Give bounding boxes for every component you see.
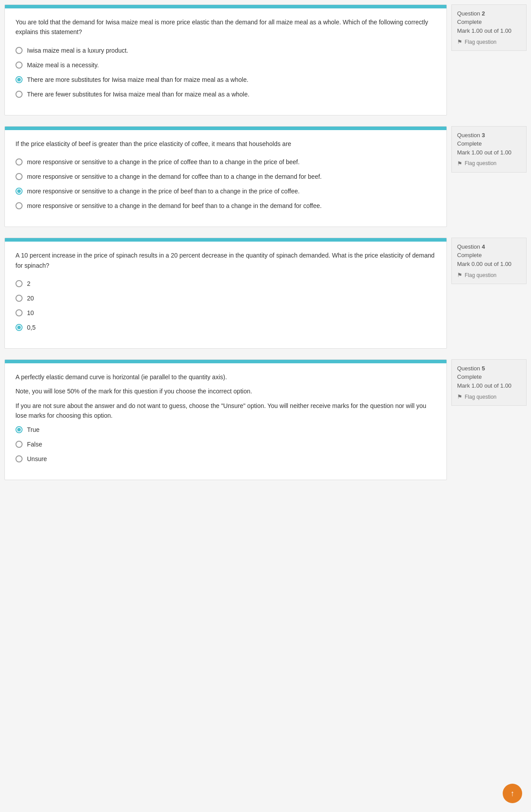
flag-label-q4: Flag question — [465, 272, 496, 278]
sidebar-status-q5: Complete — [457, 373, 521, 380]
sidebar-label-q3: Question 3 — [457, 132, 521, 139]
radio-q5-2[interactable] — [15, 455, 23, 462]
answer-option-q3-1[interactable]: more responsive or sensitive to a change… — [15, 172, 436, 181]
question-text-q4: A 10 percent increase in the price of sp… — [15, 250, 436, 270]
flag-icon-q5: ⚑ — [457, 393, 462, 400]
answer-option-q5-1[interactable]: False — [15, 440, 436, 449]
sidebar-mark-q5: Mark 1.00 out of 1.00 — [457, 382, 521, 390]
flag-question-q2[interactable]: ⚑Flag question — [457, 38, 521, 45]
option-label-q5-1: False — [27, 440, 42, 449]
question-block-q2: You are told that the demand for Iwisa m… — [4, 4, 527, 115]
flag-question-q5[interactable]: ⚑Flag question — [457, 393, 521, 400]
option-label-q5-0: True — [27, 425, 39, 435]
question-sidebar-q3: Question 3CompleteMark 1.00 out of 1.00⚑… — [451, 126, 527, 173]
option-label-q3-0: more responsive or sensitive to a change… — [27, 158, 300, 167]
radio-q2-3[interactable] — [15, 91, 23, 98]
question-main-q5: A perfectly elastic demand curve is hori… — [4, 359, 447, 480]
question-block-q3: If the price elasticity of beef is great… — [4, 126, 527, 227]
question-main-q4: A 10 percent increase in the price of sp… — [4, 238, 447, 349]
flag-label-q2: Flag question — [465, 39, 496, 45]
sidebar-label-q4: Question 4 — [457, 243, 521, 250]
radio-q5-0[interactable] — [15, 426, 23, 433]
question-header-bar-q5 — [5, 360, 446, 363]
answer-option-q2-0[interactable]: Iwisa maize meal is a luxury product. — [15, 46, 436, 55]
option-label-q4-2: 10 — [27, 308, 34, 318]
radio-q2-1[interactable] — [15, 62, 23, 69]
sidebar-label-q5: Question 5 — [457, 365, 521, 372]
question-text-q5-line0: A perfectly elastic demand curve is hori… — [15, 372, 436, 382]
answer-option-q5-2[interactable]: Unsure — [15, 454, 436, 464]
answer-option-q2-2[interactable]: There are more substitutes for Iwisa mai… — [15, 75, 436, 85]
option-label-q2-3: There are fewer substitutes for Iwisa ma… — [27, 90, 250, 99]
radio-q3-0[interactable] — [15, 158, 23, 165]
option-label-q5-2: Unsure — [27, 454, 47, 464]
radio-q4-3[interactable] — [15, 324, 23, 331]
question-main-q2: You are told that the demand for Iwisa m… — [4, 4, 447, 115]
sidebar-mark-q4: Mark 0.00 out of 1.00 — [457, 260, 521, 268]
option-label-q2-1: Maize meal is a necessity. — [27, 61, 99, 70]
question-content-q2: You are told that the demand for Iwisa m… — [5, 8, 446, 115]
answer-option-q4-1[interactable]: 20 — [15, 294, 436, 303]
radio-q4-2[interactable] — [15, 309, 23, 316]
radio-q3-1[interactable] — [15, 173, 23, 180]
option-label-q2-0: Iwisa maize meal is a luxury product. — [27, 46, 128, 55]
option-label-q3-1: more responsive or sensitive to a change… — [27, 172, 322, 181]
sidebar-status-q4: Complete — [457, 252, 521, 258]
radio-q5-1[interactable] — [15, 441, 23, 448]
question-header-bar-q2 — [5, 5, 446, 8]
question-sidebar-q2: Question 2CompleteMark 1.00 out of 1.00⚑… — [451, 4, 527, 51]
option-label-q3-2: more responsive or sensitive to a change… — [27, 187, 300, 196]
question-block-q5: A perfectly elastic demand curve is hori… — [4, 359, 527, 480]
sidebar-status-q3: Complete — [457, 140, 521, 147]
radio-q2-0[interactable] — [15, 47, 23, 54]
question-text-q2: You are told that the demand for Iwisa m… — [15, 17, 436, 37]
answer-option-q3-3[interactable]: more responsive or sensitive to a change… — [15, 201, 436, 211]
option-label-q2-2: There are more substitutes for Iwisa mai… — [27, 75, 248, 85]
question-text-q5-line1: Note, you will lose 50% of the mark for … — [15, 386, 436, 396]
flag-question-q4[interactable]: ⚑Flag question — [457, 272, 521, 278]
question-main-q3: If the price elasticity of beef is great… — [4, 126, 447, 227]
question-sidebar-q4: Question 4CompleteMark 0.00 out of 1.00⚑… — [451, 238, 527, 284]
answer-option-q2-1[interactable]: Maize meal is a necessity. — [15, 61, 436, 70]
flag-icon-q2: ⚑ — [457, 38, 462, 45]
flag-label-q5: Flag question — [465, 394, 496, 400]
question-content-q3: If the price elasticity of beef is great… — [5, 130, 446, 227]
question-content-q5: A perfectly elastic demand curve is hori… — [5, 363, 446, 480]
question-text-q3: If the price elasticity of beef is great… — [15, 139, 436, 149]
radio-q2-2[interactable] — [15, 76, 23, 83]
sidebar-label-q2: Question 2 — [457, 10, 521, 17]
question-text-q5-line2: If you are not sure about the answer and… — [15, 401, 436, 421]
radio-q3-2[interactable] — [15, 188, 23, 195]
question-content-q4: A 10 percent increase in the price of sp… — [5, 242, 446, 348]
answer-option-q3-0[interactable]: more responsive or sensitive to a change… — [15, 158, 436, 167]
question-sidebar-q5: Question 5CompleteMark 1.00 out of 1.00⚑… — [451, 359, 527, 406]
question-header-bar-q4 — [5, 238, 446, 242]
flag-question-q3[interactable]: ⚑Flag question — [457, 160, 521, 167]
answer-option-q2-3[interactable]: There are fewer substitutes for Iwisa ma… — [15, 90, 436, 99]
answer-option-q4-2[interactable]: 10 — [15, 308, 436, 318]
option-label-q4-0: 2 — [27, 279, 31, 289]
flag-label-q3: Flag question — [465, 160, 496, 166]
answer-option-q4-3[interactable]: 0,5 — [15, 323, 436, 332]
option-label-q3-3: more responsive or sensitive to a change… — [27, 201, 322, 211]
radio-q4-0[interactable] — [15, 280, 23, 287]
radio-q3-3[interactable] — [15, 202, 23, 209]
answer-option-q4-0[interactable]: 2 — [15, 279, 436, 289]
option-label-q4-3: 0,5 — [27, 323, 35, 332]
sidebar-status-q2: Complete — [457, 19, 521, 25]
radio-q4-1[interactable] — [15, 295, 23, 302]
question-block-q4: A 10 percent increase in the price of sp… — [4, 238, 527, 349]
sidebar-mark-q2: Mark 1.00 out of 1.00 — [457, 27, 521, 35]
option-label-q4-1: 20 — [27, 294, 34, 303]
sidebar-mark-q3: Mark 1.00 out of 1.00 — [457, 149, 521, 157]
flag-icon-q4: ⚑ — [457, 272, 462, 278]
question-header-bar-q3 — [5, 127, 446, 130]
page-wrapper: You are told that the demand for Iwisa m… — [0, 0, 531, 485]
answer-option-q3-2[interactable]: more responsive or sensitive to a change… — [15, 187, 436, 196]
answer-option-q5-0[interactable]: True — [15, 425, 436, 435]
flag-icon-q3: ⚑ — [457, 160, 462, 167]
